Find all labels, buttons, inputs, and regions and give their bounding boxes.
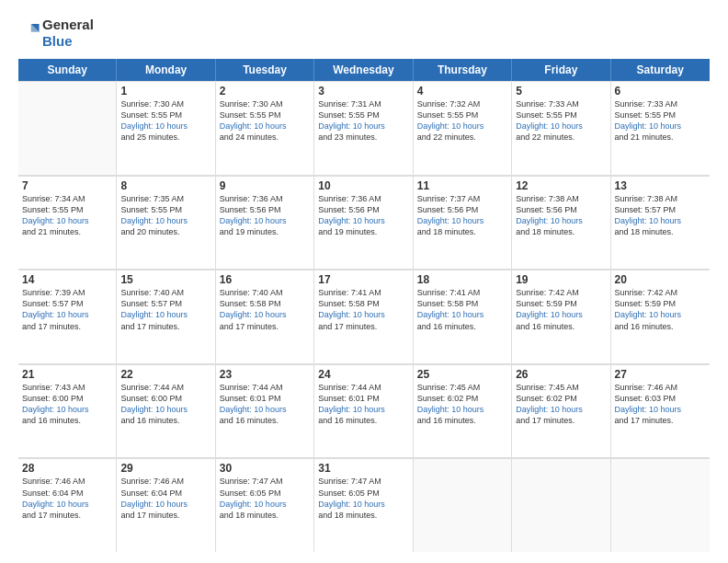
cell-info-line: Daylight: 10 hours [318,121,385,131]
cell-info-line: Sunrise: 7:40 AM [120,288,184,297]
day-number: 16 [220,273,310,286]
cell-info-line: Sunrise: 7:40 AM [220,288,283,297]
cell-info-line: Sunrise: 7:42 AM [615,288,678,297]
cell-info: Sunrise: 7:47 AMSunset: 6:05 PMDaylight:… [318,476,408,521]
cell-info: Sunrise: 7:46 AMSunset: 6:04 PMDaylight:… [22,476,112,521]
cell-info-line: Sunset: 6:01 PM [318,394,380,403]
calendar-cell: 20Sunrise: 7:42 AMSunset: 5:59 PMDayligh… [611,270,710,363]
cell-info-line: Daylight: 10 hours [318,310,385,319]
calendar-cell: 24Sunrise: 7:44 AMSunset: 6:01 PMDayligh… [314,364,413,458]
day-number: 9 [220,179,310,192]
day-number: 6 [615,85,706,98]
calendar-cell: 19Sunrise: 7:42 AMSunset: 5:59 PMDayligh… [512,270,610,363]
calendar-cell: 21Sunrise: 7:43 AMSunset: 6:00 PMDayligh… [18,364,117,458]
calendar-cell [512,458,610,552]
cell-info-line: Sunset: 6:05 PM [318,488,380,498]
cell-info-line: and 21 minutes. [22,227,81,236]
cell-info-line: Sunrise: 7:36 AM [220,194,283,203]
calendar-week-row: 21Sunrise: 7:43 AMSunset: 6:00 PMDayligh… [18,364,710,459]
calendar-cell: 9Sunrise: 7:36 AMSunset: 5:56 PMDaylight… [216,176,314,270]
cell-info-line: and 22 minutes. [417,132,476,142]
cell-info-line: Sunset: 5:55 PM [516,110,577,120]
cell-info-line: Sunset: 5:56 PM [516,205,577,214]
day-number: 18 [417,273,507,286]
cell-info-line: and 18 minutes. [417,227,476,236]
cell-info-line: Sunset: 6:01 PM [220,394,281,403]
cell-info: Sunrise: 7:33 AMSunset: 5:55 PMDaylight:… [615,98,706,144]
day-number: 25 [417,368,507,381]
cell-info-line: Sunrise: 7:34 AM [22,194,85,203]
day-number: 22 [120,368,210,381]
cell-info-line: Sunrise: 7:46 AM [615,383,678,392]
calendar-cell: 1Sunrise: 7:30 AMSunset: 5:55 PMDaylight… [117,81,215,175]
cell-info-line: Daylight: 10 hours [220,405,287,414]
calendar-header-day: Thursday [414,59,512,81]
cell-info-line: Sunrise: 7:42 AM [516,288,579,297]
cell-info-line: Sunset: 5:59 PM [615,299,677,308]
logo-icon [20,21,40,41]
day-number: 31 [318,462,408,475]
cell-info: Sunrise: 7:40 AMSunset: 5:58 PMDaylight:… [220,287,310,332]
day-number: 5 [516,85,606,98]
calendar-cell: 3Sunrise: 7:31 AMSunset: 5:55 PMDaylight… [314,81,413,175]
calendar-header-day: Saturday [611,59,710,81]
cell-info-line: Sunset: 5:55 PM [615,110,677,120]
cell-info-line: Daylight: 10 hours [120,310,188,319]
day-number: 15 [120,273,210,286]
cell-info-line: Daylight: 10 hours [615,405,682,414]
cell-info-line: Daylight: 10 hours [220,216,287,225]
cell-info: Sunrise: 7:37 AMSunset: 5:56 PMDaylight:… [417,193,507,238]
calendar-cell: 8Sunrise: 7:35 AMSunset: 5:55 PMDaylight… [117,176,215,270]
day-number: 21 [22,368,112,381]
cell-info: Sunrise: 7:41 AMSunset: 5:58 PMDaylight:… [318,287,408,332]
cell-info-line: Sunset: 5:56 PM [220,205,281,214]
day-number: 13 [615,179,706,192]
day-number: 28 [22,462,112,475]
cell-info-line: Sunset: 6:05 PM [220,488,281,498]
day-number: 26 [516,368,606,381]
day-number: 11 [417,179,507,192]
cell-info-line: Sunrise: 7:46 AM [22,477,85,486]
calendar-cell: 31Sunrise: 7:47 AMSunset: 6:05 PMDayligh… [314,458,413,552]
cell-info-line: and 16 minutes. [318,416,377,425]
cell-info-line: Sunset: 6:04 PM [22,488,84,498]
day-number: 3 [318,85,408,98]
day-number: 7 [22,179,112,192]
cell-info-line: Daylight: 10 hours [120,500,188,509]
cell-info-line: Sunset: 5:55 PM [318,110,380,120]
cell-info-line: Sunrise: 7:44 AM [120,383,184,392]
calendar-cell [611,458,710,552]
day-number: 12 [516,179,606,192]
cell-info-line: Daylight: 10 hours [220,500,287,509]
cell-info-line: Daylight: 10 hours [22,500,89,509]
calendar-body: 1Sunrise: 7:30 AMSunset: 5:55 PMDaylight… [18,81,710,552]
cell-info-line: and 19 minutes. [318,227,377,236]
cell-info-line: and 17 minutes. [22,322,81,331]
cell-info-line: Sunrise: 7:41 AM [417,288,481,297]
day-number: 30 [220,462,310,475]
cell-info-line: Sunset: 5:55 PM [120,205,182,214]
cell-info-line: and 18 minutes. [516,227,574,236]
cell-info: Sunrise: 7:35 AMSunset: 5:55 PMDaylight:… [120,193,210,238]
cell-info-line: Daylight: 10 hours [220,310,287,319]
calendar-cell: 2Sunrise: 7:30 AMSunset: 5:55 PMDaylight… [216,81,314,175]
calendar-cell: 25Sunrise: 7:45 AMSunset: 6:02 PMDayligh… [414,364,512,458]
day-number: 8 [120,179,210,192]
cell-info-line: and 17 minutes. [516,416,574,425]
cell-info: Sunrise: 7:38 AMSunset: 5:57 PMDaylight:… [615,193,706,238]
calendar-cell: 27Sunrise: 7:46 AMSunset: 6:03 PMDayligh… [611,364,710,458]
calendar-cell: 10Sunrise: 7:36 AMSunset: 5:56 PMDayligh… [314,176,413,270]
cell-info: Sunrise: 7:43 AMSunset: 6:00 PMDaylight:… [22,382,112,427]
cell-info-line: Daylight: 10 hours [120,216,188,225]
cell-info-line: and 17 minutes. [318,322,377,331]
cell-info-line: Daylight: 10 hours [615,121,682,131]
cell-info-line: Daylight: 10 hours [417,405,484,414]
cell-info: Sunrise: 7:39 AMSunset: 5:57 PMDaylight:… [22,287,112,332]
calendar-week-row: 28Sunrise: 7:46 AMSunset: 6:04 PMDayligh… [18,458,710,552]
calendar-cell: 14Sunrise: 7:39 AMSunset: 5:57 PMDayligh… [18,270,117,363]
cell-info-line: Sunset: 5:57 PM [615,205,677,214]
day-number: 14 [22,273,112,286]
cell-info-line: and 20 minutes. [120,227,179,236]
cell-info-line: Sunrise: 7:39 AM [22,288,85,297]
cell-info-line: Sunrise: 7:38 AM [516,194,579,203]
